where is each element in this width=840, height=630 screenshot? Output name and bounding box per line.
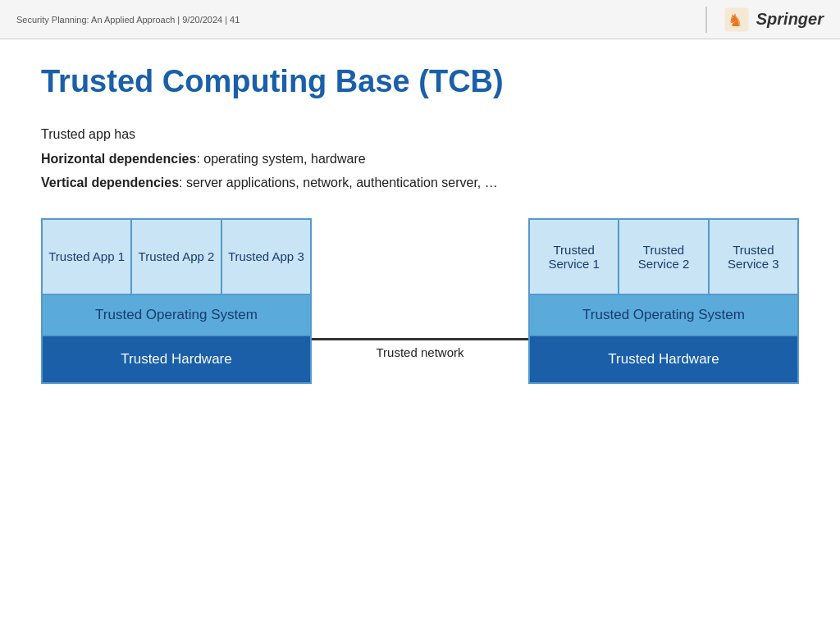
svg-text:♞: ♞ [728, 11, 743, 30]
right-os-row: Trusted Operating System [530, 295, 797, 336]
header: Security Planning: An Applied Approach |… [0, 0, 840, 39]
network-line-left [312, 338, 420, 340]
left-hw-row: Trusted Hardware [43, 336, 310, 382]
network-label: Trusted network [377, 345, 464, 359]
header-meta: Security Planning: An Applied Approach |… [16, 15, 240, 25]
desc-line1: Trusted app has [41, 124, 799, 145]
diagrams-container: Trusted App 1 Trusted App 2 Trusted App … [41, 218, 799, 384]
network-line-right [420, 338, 528, 340]
left-os-row: Trusted Operating System [43, 295, 310, 336]
right-hw-row: Trusted Hardware [530, 336, 797, 382]
left-apps-row: Trusted App 1 Trusted App 2 Trusted App … [43, 220, 310, 295]
desc-line3-bold: Vertical dependencies [41, 176, 179, 189]
page-title: Trusted Computing Base (TCB) [41, 64, 799, 99]
description: Trusted app has Horizontal dependencies:… [41, 124, 799, 194]
main-content: Trusted Computing Base (TCB) Trusted app… [0, 39, 840, 409]
desc-line2-rest: : operating system, hardware [196, 152, 365, 166]
right-apps-row: Trusted Service 1 Trusted Service 2 Trus… [530, 220, 797, 295]
springer-logo-icon: ♞ [724, 7, 750, 33]
network-line [312, 338, 528, 340]
desc-line2-bold: Horizontal dependencies [41, 152, 196, 166]
desc-line2: Horizontal dependencies: operating syste… [41, 148, 799, 170]
right-app-1: Trusted Service 1 [530, 220, 619, 294]
left-app-2: Trusted App 2 [132, 220, 221, 294]
right-app-2: Trusted Service 2 [619, 220, 709, 294]
right-tcb-box: Trusted Service 1 Trusted Service 2 Trus… [528, 218, 799, 384]
left-app-1: Trusted App 1 [43, 220, 132, 294]
left-tcb-box: Trusted App 1 Trusted App 2 Trusted App … [41, 218, 312, 384]
header-logo: ♞ Springer [705, 7, 824, 33]
springer-logo-text: Springer [756, 10, 824, 29]
left-app-3: Trusted App 3 [222, 220, 310, 294]
right-app-3: Trusted Service 3 [710, 220, 797, 294]
desc-line3-rest: : server applications, network, authenti… [179, 176, 498, 189]
network-connector: Trusted network [312, 338, 528, 384]
desc-line3: Vertical dependencies: server applicatio… [41, 172, 799, 194]
